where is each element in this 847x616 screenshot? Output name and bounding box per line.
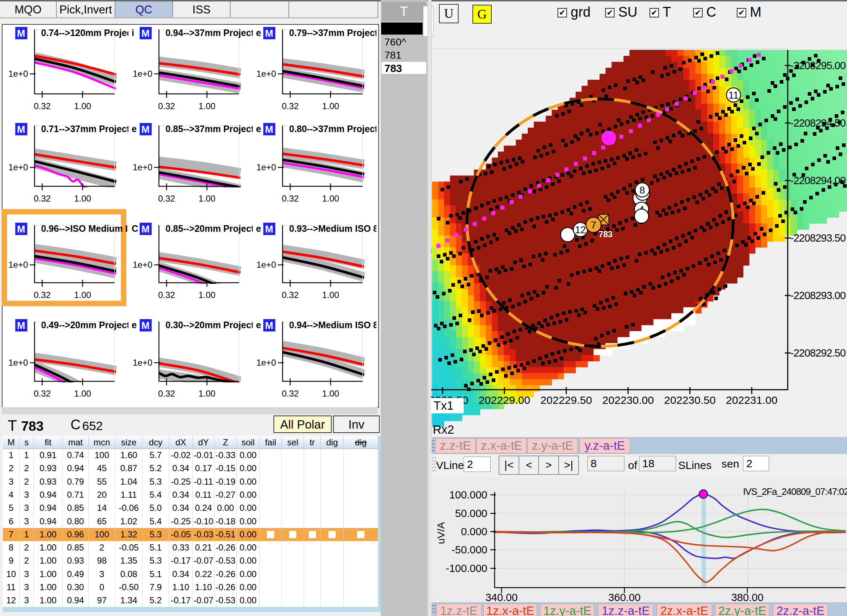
svg-text:340.00: 340.00 bbox=[485, 592, 518, 603]
svg-text:Rx2: Rx2 bbox=[433, 423, 454, 436]
svg-text:M: M bbox=[142, 320, 150, 331]
svg-text:1e+0: 1e+0 bbox=[257, 162, 276, 172]
svg-text:1.00: 1.00 bbox=[322, 389, 339, 399]
svg-text:-2208292.50: -2208292.50 bbox=[790, 347, 846, 359]
svg-text:M: M bbox=[17, 124, 25, 135]
svg-text:0.32: 0.32 bbox=[282, 194, 299, 203]
svg-text:M: M bbox=[265, 124, 273, 135]
svg-text:-50.000: -50.000 bbox=[452, 544, 487, 555]
svg-text:0.32: 0.32 bbox=[158, 101, 175, 111]
svg-text:1e+0: 1e+0 bbox=[133, 260, 152, 270]
svg-text:M: M bbox=[265, 28, 273, 39]
svg-text:0.94-->Medium ISO 8le 80 mm: 0.94-->Medium ISO 8le 80 mm bbox=[289, 320, 380, 330]
svg-text:1.00: 1.00 bbox=[199, 389, 215, 399]
svg-text:100.000: 100.000 bbox=[449, 489, 487, 501]
svg-text:0.32: 0.32 bbox=[282, 101, 299, 111]
svg-text:8: 8 bbox=[639, 185, 645, 196]
svg-text:e: e bbox=[132, 124, 137, 134]
svg-text:0.32: 0.32 bbox=[34, 389, 51, 399]
svg-text:M: M bbox=[142, 124, 150, 135]
svg-text:Tx1: Tx1 bbox=[434, 399, 453, 412]
svg-text:e: e bbox=[132, 320, 137, 330]
svg-text:1e+0: 1e+0 bbox=[257, 260, 276, 270]
svg-text:0.32: 0.32 bbox=[34, 290, 51, 300]
svg-text:0.32: 0.32 bbox=[34, 101, 51, 111]
svg-text:C: C bbox=[132, 223, 138, 233]
svg-text:0.79-->37mm Projectile 80 mm: 0.79-->37mm Projectile 80 mm bbox=[289, 28, 380, 38]
svg-text:202230.50: 202230.50 bbox=[664, 394, 716, 406]
svg-text:360.00: 360.00 bbox=[608, 592, 641, 603]
svg-text:1e+0: 1e+0 bbox=[8, 357, 28, 368]
svg-text:1.00: 1.00 bbox=[74, 101, 91, 111]
svg-text:i: i bbox=[132, 28, 134, 38]
svg-text:-2208293.00: -2208293.00 bbox=[790, 290, 846, 301]
svg-text:M: M bbox=[17, 28, 25, 39]
svg-text:202229.50: 202229.50 bbox=[540, 394, 592, 406]
svg-text:1e+0: 1e+0 bbox=[133, 69, 152, 78]
svg-text:1.00: 1.00 bbox=[322, 101, 339, 111]
svg-text:1.00: 1.00 bbox=[199, 194, 215, 203]
svg-text:0.93-->Medium ISO 8le 80 mm: 0.93-->Medium ISO 8le 80 mm bbox=[289, 223, 380, 233]
svg-text:11: 11 bbox=[729, 90, 739, 101]
svg-text:-2208295.00: -2208295.00 bbox=[790, 60, 846, 71]
svg-text:-2208293.50: -2208293.50 bbox=[790, 232, 846, 244]
svg-text:M: M bbox=[265, 224, 273, 235]
svg-text:IVS_2Fa_240809_07:47:02: IVS_2Fa_240809_07:47:02 bbox=[743, 486, 847, 497]
svg-text:7: 7 bbox=[590, 220, 596, 231]
svg-text:0.80-->37mm Projectile 80 mm: 0.80-->37mm Projectile 80 mm bbox=[289, 124, 380, 134]
svg-text:1e+0: 1e+0 bbox=[257, 357, 276, 368]
svg-text:12: 12 bbox=[575, 225, 586, 235]
svg-text:1.00: 1.00 bbox=[322, 290, 339, 300]
svg-text:e: e bbox=[256, 223, 261, 233]
svg-text:0.32: 0.32 bbox=[34, 194, 51, 203]
svg-text:uV/A: uV/A bbox=[435, 522, 447, 544]
svg-text:M: M bbox=[142, 224, 150, 235]
svg-text:0.32: 0.32 bbox=[158, 290, 175, 300]
svg-text:1e+0: 1e+0 bbox=[133, 162, 152, 172]
svg-text:1.00: 1.00 bbox=[199, 101, 215, 111]
svg-text:1.00: 1.00 bbox=[322, 194, 339, 203]
svg-text:1e+0: 1e+0 bbox=[133, 357, 152, 368]
svg-text:0.32: 0.32 bbox=[158, 389, 175, 399]
svg-text:e: e bbox=[256, 320, 261, 330]
svg-text:202230.00: 202230.00 bbox=[602, 394, 654, 406]
svg-text:1.00: 1.00 bbox=[74, 290, 91, 300]
svg-text:M: M bbox=[265, 320, 273, 331]
svg-text:e: e bbox=[256, 28, 261, 38]
svg-text:0.32: 0.32 bbox=[158, 194, 175, 203]
svg-text:-100.000: -100.000 bbox=[446, 563, 488, 574]
svg-text:M: M bbox=[17, 320, 25, 331]
svg-text:e: e bbox=[256, 124, 261, 134]
svg-text:M: M bbox=[17, 224, 25, 235]
svg-text:-2208294.50: -2208294.50 bbox=[790, 117, 846, 129]
svg-text:0.000: 0.000 bbox=[461, 526, 487, 538]
svg-text:1.00: 1.00 bbox=[199, 290, 215, 300]
svg-text:1.00: 1.00 bbox=[74, 389, 91, 399]
svg-text:M: M bbox=[142, 28, 150, 39]
svg-text:783: 783 bbox=[599, 230, 612, 239]
svg-text:0.32: 0.32 bbox=[282, 290, 299, 300]
svg-text:1e+0: 1e+0 bbox=[257, 69, 276, 78]
svg-text:1e+0: 1e+0 bbox=[8, 162, 28, 172]
svg-text:202231.00: 202231.00 bbox=[726, 394, 778, 406]
svg-text:202229.00: 202229.00 bbox=[479, 394, 530, 406]
svg-text:1.00: 1.00 bbox=[74, 194, 91, 203]
svg-text:1e+0: 1e+0 bbox=[8, 69, 28, 78]
svg-text:-2208294.00: -2208294.00 bbox=[790, 175, 846, 186]
svg-text:380.00: 380.00 bbox=[731, 592, 764, 603]
svg-text:50.000: 50.000 bbox=[455, 508, 487, 519]
svg-text:1e+0: 1e+0 bbox=[8, 260, 28, 270]
svg-text:0.32: 0.32 bbox=[282, 389, 299, 399]
